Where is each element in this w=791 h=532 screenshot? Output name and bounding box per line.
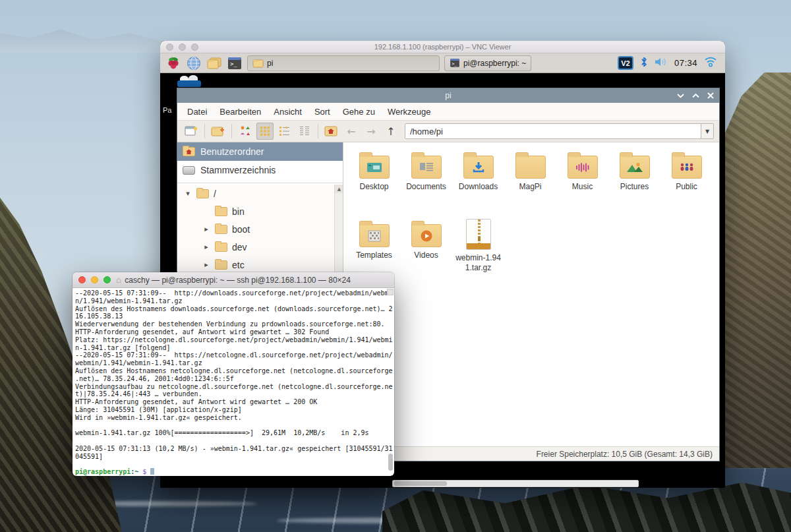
web-browser-icon[interactable] xyxy=(186,55,202,71)
file-item-magpi[interactable]: MagPi xyxy=(504,149,556,218)
file-item-pictures[interactable]: Pictures xyxy=(608,149,660,218)
file-item-documents[interactable]: Documents xyxy=(400,149,452,218)
expander-icon[interactable]: ▸ xyxy=(202,225,210,233)
close-button[interactable] xyxy=(166,44,173,51)
terminal-line: n-1.941.tar.gz [folgend] xyxy=(75,344,394,352)
minimize-button[interactable] xyxy=(179,44,186,51)
folder-icon xyxy=(215,243,227,252)
tree-item-bin[interactable]: bin xyxy=(177,202,343,220)
folder-icon xyxy=(252,59,264,68)
terminal-cursor xyxy=(150,468,154,475)
tree-item-label: bin xyxy=(232,206,245,217)
taskbar-task-terminal[interactable]: >_ pi@raspberrypi: ~ xyxy=(444,55,531,71)
detail-view-icon[interactable] xyxy=(276,123,293,140)
vnc-horizontal-scrollbar[interactable] xyxy=(392,480,639,487)
file-item-public[interactable]: Public xyxy=(660,149,713,218)
zoom-button[interactable] xyxy=(191,44,198,51)
menu-bar: Datei Bearbeiten Ansicht Sort Gehe zu We… xyxy=(177,103,719,120)
file-label: webmin-1.941.tar.gz xyxy=(453,253,504,273)
terminal-prompt-line: pi@raspberrypi:~ $ xyxy=(75,468,394,476)
tree-item-label: boot xyxy=(232,224,250,235)
desktop-folder-icon xyxy=(359,156,390,179)
raspberry-menu-icon[interactable] xyxy=(165,55,181,71)
terminal-line: Platz: https://netcologne.dl.sourceforge… xyxy=(75,336,394,344)
terminal-window: ⌂ caschy — pi@raspberrypi: ~ — ssh pi@19… xyxy=(73,272,394,476)
pictures-folder-icon xyxy=(620,156,650,179)
menu-sort[interactable]: Sort xyxy=(314,107,330,117)
file-manager-titlebar[interactable]: pi xyxy=(177,88,719,103)
thumbnail-view-icon[interactable] xyxy=(237,123,254,140)
menu-bearbeiten[interactable]: Bearbeiten xyxy=(220,107,261,117)
file-item-downloads[interactable]: Downloads xyxy=(452,149,504,218)
menu-gehe-zu[interactable]: Gehe zu xyxy=(343,107,375,117)
terminal-titlebar[interactable]: ⌂ caschy — pi@raspberrypi: ~ — ssh pi@19… xyxy=(73,272,394,288)
terminal-line: HTTP-Anforderung gesendet, auf Antwort w… xyxy=(75,328,394,336)
documents-folder-icon xyxy=(411,156,442,179)
folder-icon xyxy=(196,189,209,198)
terminal-line: Länge: 31045591 (30M) [application/x-gzi… xyxy=(75,406,394,414)
up-icon[interactable]: ↑ xyxy=(382,123,399,140)
new-window-icon[interactable] xyxy=(183,123,200,140)
tree-item-label: etc xyxy=(232,260,245,270)
sidebar-item-home[interactable]: Benutzerordner xyxy=(177,142,343,161)
downloads-folder-icon xyxy=(463,156,494,179)
taskbar-task-file-manager[interactable]: pi xyxy=(247,55,440,71)
free-space-text: Freier Speicherplatz: 10,5 GiB (Gesamt: … xyxy=(537,450,713,459)
terminal-scrollbar-button[interactable] xyxy=(387,289,394,295)
terminal-line: n/1.941/webmin-1.941.tar.gz xyxy=(75,297,394,305)
sidebar-item-label: Benutzerordner xyxy=(200,146,264,157)
bluetooth-icon[interactable] xyxy=(640,56,648,71)
task-label: pi@raspberrypi: ~ xyxy=(463,59,526,68)
file-item-desktop[interactable]: Desktop xyxy=(348,149,400,218)
expander-icon[interactable]: ▾ xyxy=(184,189,192,198)
menu-datei[interactable]: Datei xyxy=(187,107,207,117)
terminal-line: 2020-05-15 07:31:13 (10,2 MB/s) - »webmi… xyxy=(75,445,394,453)
svg-text:>_: >_ xyxy=(452,61,457,67)
file-item-videos[interactable]: Videos xyxy=(400,218,452,286)
new-folder-icon[interactable] xyxy=(210,123,227,140)
tree-item-boot[interactable]: ▸ boot xyxy=(177,220,343,238)
menu-werkzeuge[interactable]: Werkzeuge xyxy=(388,107,431,117)
vnc-server-icon[interactable]: V2 xyxy=(618,56,633,70)
tree-item-dev[interactable]: ▸ dev xyxy=(177,238,343,256)
zoom-button[interactable] xyxy=(103,276,111,283)
expander-icon[interactable]: ▸ xyxy=(202,243,210,251)
terminal-line: webmin-1.941.tar.gz 100%[===============… xyxy=(75,429,394,437)
tree-item-etc[interactable]: ▸ etc xyxy=(177,256,343,274)
terminal-line: HTTP-Anforderung gesendet, auf Antwort w… xyxy=(75,398,394,406)
file-manager-icon[interactable] xyxy=(206,55,222,71)
close-button[interactable] xyxy=(707,92,714,99)
maximize-button[interactable] xyxy=(692,93,699,98)
terminal-line: t)|78.35.24.46|:443 … verbunden. xyxy=(75,390,394,398)
terminal-scrollbar[interactable] xyxy=(388,454,393,471)
close-button[interactable] xyxy=(78,276,86,283)
file-item-music[interactable]: Music xyxy=(556,149,608,218)
minimize-button[interactable] xyxy=(677,93,684,98)
tree-item-root[interactable]: ▾ / xyxy=(177,185,343,202)
terminal-line: --2020-05-15 07:31:09-- https://netcolog… xyxy=(75,351,394,359)
path-input[interactable] xyxy=(405,123,701,139)
terminal-output[interactable]: --2020-05-15 07:31:09-- http://downloads… xyxy=(73,288,394,476)
file-item-webmin-archive[interactable]: webmin-1.941.tar.gz xyxy=(452,218,504,286)
home-icon[interactable] xyxy=(323,123,340,140)
sidebar-item-root[interactable]: Stammverzeichnis xyxy=(177,161,343,179)
wifi-icon[interactable] xyxy=(704,56,717,70)
back-icon[interactable]: ← xyxy=(343,123,360,140)
icon-view-icon[interactable] xyxy=(256,123,274,140)
tree-item-label: dev xyxy=(232,242,247,252)
volume-icon[interactable] xyxy=(655,57,668,70)
minimize-button[interactable] xyxy=(91,276,98,283)
path-dropdown-button[interactable]: ▼ xyxy=(701,123,714,139)
expander-icon[interactable]: ▸ xyxy=(202,260,210,269)
file-list: Desktop Documents Download xyxy=(343,142,719,446)
file-label: Templates xyxy=(356,251,392,260)
menu-ansicht[interactable]: Ansicht xyxy=(274,107,302,117)
prompt-user: pi@raspberrypi xyxy=(75,468,131,475)
vnc-titlebar[interactable]: 192.168.1.100 (raspberrypi) – VNC Viewer xyxy=(160,41,725,53)
compact-view-icon[interactable] xyxy=(296,123,313,140)
drive-icon xyxy=(183,166,195,175)
terminal-icon[interactable]: >_ xyxy=(227,55,243,71)
system-tray: V2 07:34 xyxy=(618,56,720,71)
forward-icon[interactable]: → xyxy=(363,123,380,140)
terminal-line xyxy=(75,437,394,445)
